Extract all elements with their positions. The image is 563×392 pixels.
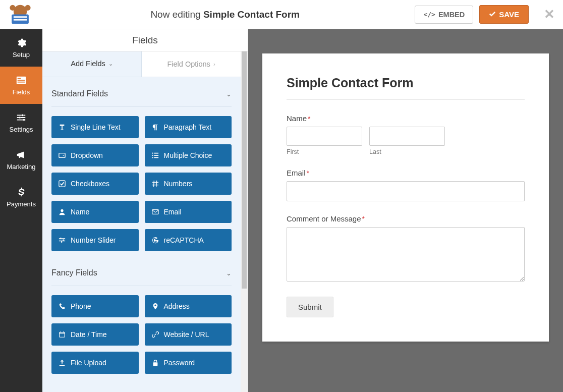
svg-point-11 <box>19 117 21 119</box>
standard-fields-grid: Single Line TextParagraph TextDropdownMu… <box>51 116 232 251</box>
field-email[interactable]: Email* <box>287 169 525 201</box>
field-type-email[interactable]: Email <box>145 201 232 223</box>
phone-icon <box>59 303 66 310</box>
bear-logo-icon <box>5 3 35 26</box>
pin-icon <box>152 303 159 310</box>
field-name[interactable]: Name* First Last <box>287 114 525 155</box>
gear-icon <box>16 37 27 48</box>
field-type-label: Number Slider <box>71 236 116 244</box>
tab-add-fields[interactable]: Add Fields ⌄ <box>42 51 141 77</box>
chevron-down-icon: ⌄ <box>226 90 232 98</box>
field-type-dropdown[interactable]: Dropdown <box>51 144 139 166</box>
field-type-label: Password <box>164 359 195 367</box>
tab-field-options[interactable]: Field Options › <box>141 51 241 77</box>
required-mark: * <box>307 169 309 177</box>
svg-rect-9 <box>18 82 25 83</box>
code-icon: </> <box>423 11 435 18</box>
field-type-phone[interactable]: Phone <box>51 295 139 317</box>
last-sublabel: Last <box>369 148 445 155</box>
sidebar-item-payments[interactable]: Payments <box>0 179 42 216</box>
logo <box>5 3 35 26</box>
form-preview: Simple Contact Form Name* First Last Ema… <box>248 29 563 392</box>
sidebar-item-setup[interactable]: Setup <box>0 29 42 67</box>
scrollbar[interactable] <box>241 51 248 392</box>
google-icon <box>152 237 159 244</box>
field-type-paragraph-text[interactable]: Paragraph Text <box>145 116 232 138</box>
field-type-label: Paragraph Text <box>164 123 212 131</box>
section-standard-fields[interactable]: Standard Fields ⌄ <box>51 86 232 107</box>
sidebar-label-setup: Setup <box>13 51 30 59</box>
field-type-address[interactable]: Address <box>145 295 232 317</box>
field-type-file-upload[interactable]: File Upload <box>51 352 139 374</box>
field-type-date-time[interactable]: Date / Time <box>51 323 139 346</box>
field-type-label: Email <box>164 208 182 216</box>
sidebar-item-settings[interactable]: Settings <box>0 104 42 141</box>
close-icon[interactable]: ✕ <box>544 7 555 22</box>
field-type-label: Single Line Text <box>71 123 121 131</box>
field-type-label: reCAPTCHA <box>164 236 204 244</box>
dollar-icon <box>16 187 27 198</box>
field-comment[interactable]: Comment or Message* <box>287 214 525 284</box>
check-icon <box>489 11 496 18</box>
chevron-right-icon: › <box>213 61 215 67</box>
sidebar-item-fields[interactable]: Fields <box>0 67 42 104</box>
chevron-down-icon: ⌄ <box>226 269 232 277</box>
field-type-name[interactable]: Name <box>51 201 139 223</box>
link-icon <box>152 331 159 338</box>
field-type-numbers[interactable]: Numbers <box>145 173 232 195</box>
name-label: Name <box>287 114 307 123</box>
sidebar-item-marketing[interactable]: Marketing <box>0 141 42 179</box>
first-name-input[interactable] <box>287 127 362 146</box>
field-type-website-url[interactable]: Website / URL <box>145 323 232 346</box>
section-fancy-fields[interactable]: Fancy Fields ⌄ <box>51 265 232 286</box>
svg-point-10 <box>22 115 24 117</box>
calendar-icon <box>59 331 66 338</box>
envelope-icon <box>152 208 159 215</box>
svg-rect-4 <box>14 16 27 18</box>
svg-rect-7 <box>18 78 21 79</box>
save-label: SAVE <box>499 10 519 19</box>
text-icon <box>59 124 66 131</box>
field-type-label: Name <box>71 208 89 216</box>
check-icon <box>59 180 66 187</box>
tab-field-options-label: Field Options <box>167 60 210 68</box>
sidebar-label-marketing: Marketing <box>7 163 35 171</box>
field-type-label: File Upload <box>71 359 106 367</box>
save-button[interactable]: SAVE <box>479 5 529 24</box>
user-icon <box>59 208 66 215</box>
field-type-label: Date / Time <box>71 330 107 339</box>
scrollbar-thumb[interactable] <box>242 51 247 289</box>
embed-button[interactable]: </> EMBED <box>415 6 473 24</box>
field-type-label: Multiple Choice <box>164 151 212 159</box>
embed-label: EMBED <box>438 11 465 19</box>
submit-button[interactable]: Submit <box>287 297 333 317</box>
field-type-multiple-choice[interactable]: Multiple Choice <box>145 144 232 166</box>
form-title: Simple Contact Form <box>287 76 525 90</box>
required-mark: * <box>362 215 365 223</box>
svg-rect-5 <box>14 19 27 21</box>
field-type-single-line-text[interactable]: Single Line Text <box>51 116 139 138</box>
field-type-label: Checkboxes <box>71 180 109 188</box>
comment-textarea[interactable] <box>287 227 525 282</box>
field-type-label: Numbers <box>164 180 193 188</box>
section-standard-title: Standard Fields <box>51 89 108 98</box>
field-type-password[interactable]: Password <box>145 352 232 374</box>
last-name-input[interactable] <box>369 127 445 146</box>
sliders-icon <box>59 237 66 244</box>
field-type-checkboxes[interactable]: Checkboxes <box>51 173 139 195</box>
fields-panel: Fields Add Fields ⌄ Field Options › Stan… <box>42 29 248 392</box>
field-type-recaptcha[interactable]: reCAPTCHA <box>145 229 232 251</box>
email-input[interactable] <box>287 181 525 201</box>
dropdown-icon <box>59 152 66 159</box>
field-type-label: Website / URL <box>164 330 209 339</box>
paragraph-icon <box>152 124 159 131</box>
page-title: Now editing Simple Contact Form <box>35 9 415 20</box>
panel-tabs: Add Fields ⌄ Field Options › <box>42 51 241 77</box>
sidebar-label-fields: Fields <box>13 88 30 96</box>
tab-add-fields-label: Add Fields <box>71 60 105 68</box>
hash-icon <box>152 180 159 187</box>
first-sublabel: First <box>287 148 362 155</box>
panel-header: Fields <box>42 29 248 51</box>
field-type-number-slider[interactable]: Number Slider <box>51 229 139 251</box>
field-type-label: Dropdown <box>71 151 103 159</box>
